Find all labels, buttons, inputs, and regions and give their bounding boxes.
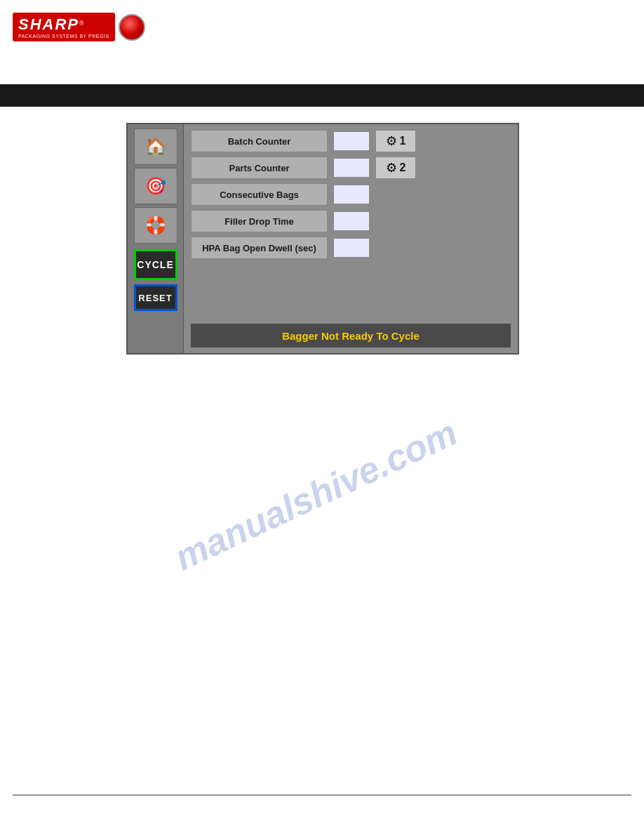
lifesaver-icon: 🛟 xyxy=(145,216,166,235)
status-text: Bagger Not Ready To Cycle xyxy=(282,330,420,342)
cycle-button-label: CYCLE xyxy=(137,259,173,270)
parts-counter-gear[interactable]: ⚙ 2 xyxy=(375,157,416,179)
home-icon: 🏠 xyxy=(145,137,166,157)
batch-counter-gear[interactable]: ⚙ 1 xyxy=(375,130,416,152)
logo-box: SHARP® PACKAGING SYSTEMS BY PREGIS xyxy=(13,13,115,41)
content-area: Batch Counter ⚙ 1 Parts Counter ⚙ 2 Cons… xyxy=(184,124,518,353)
gear-number-1: 1 xyxy=(400,135,406,147)
main-panel: 🏠 🎯 🛟 CYCLE RESET Batch Counter ⚙ 1 Part… xyxy=(126,123,519,355)
hpa-bag-open-dwell-label: HPA Bag Open Dwell (sec) xyxy=(191,237,328,259)
batch-counter-label: Batch Counter xyxy=(191,130,328,152)
logo-content: SHARP® PACKAGING SYSTEMS BY PREGIS xyxy=(18,15,109,39)
sidebar-icon-gauge[interactable]: 🎯 xyxy=(134,168,177,204)
bottom-divider xyxy=(13,795,631,795)
filler-drop-time-label: Filler Drop Time xyxy=(191,210,328,232)
sidebar-icon-home[interactable]: 🏠 xyxy=(134,128,177,165)
reset-button-label: RESET xyxy=(138,293,172,303)
consecutive-bags-label: Consecutive Bags xyxy=(191,183,328,206)
sidebar: 🏠 🎯 🛟 CYCLE RESET xyxy=(128,124,184,353)
batch-counter-input[interactable] xyxy=(333,131,370,151)
sidebar-icon-help[interactable]: 🛟 xyxy=(134,207,177,244)
parts-counter-row: Parts Counter ⚙ 2 xyxy=(191,157,511,179)
cycle-button[interactable]: CYCLE xyxy=(134,249,177,280)
watermark: manualshive.com xyxy=(140,372,491,618)
watermark-text: manualshive.com xyxy=(168,411,464,579)
hpa-bag-open-dwell-input[interactable] xyxy=(333,238,370,258)
logo-circle xyxy=(119,14,145,41)
consecutive-bags-input[interactable] xyxy=(333,185,370,204)
status-bar: Bagger Not Ready To Cycle xyxy=(191,324,511,348)
logo-registered: ® xyxy=(79,20,84,27)
gauge-icon: 🎯 xyxy=(145,176,166,196)
logo-brand: SHARP xyxy=(18,15,79,33)
hpa-bag-open-dwell-row: HPA Bag Open Dwell (sec) xyxy=(191,237,511,259)
gear-number-2: 2 xyxy=(400,161,406,174)
logo-subtitle: PACKAGING SYSTEMS BY PREGIS xyxy=(18,34,109,39)
filler-drop-time-input[interactable] xyxy=(333,211,370,231)
parts-counter-input[interactable] xyxy=(333,158,370,178)
parts-counter-label: Parts Counter xyxy=(191,157,328,179)
reset-button[interactable]: RESET xyxy=(134,284,177,311)
header-bar xyxy=(0,84,644,107)
consecutive-bags-row: Consecutive Bags xyxy=(191,183,511,206)
filler-drop-time-row: Filler Drop Time xyxy=(191,210,511,232)
gear-icon-2: ⚙ xyxy=(386,160,397,176)
gear-icon-1: ⚙ xyxy=(386,133,397,149)
batch-counter-row: Batch Counter ⚙ 1 xyxy=(191,130,511,152)
logo-area: SHARP® PACKAGING SYSTEMS BY PREGIS xyxy=(13,13,145,41)
